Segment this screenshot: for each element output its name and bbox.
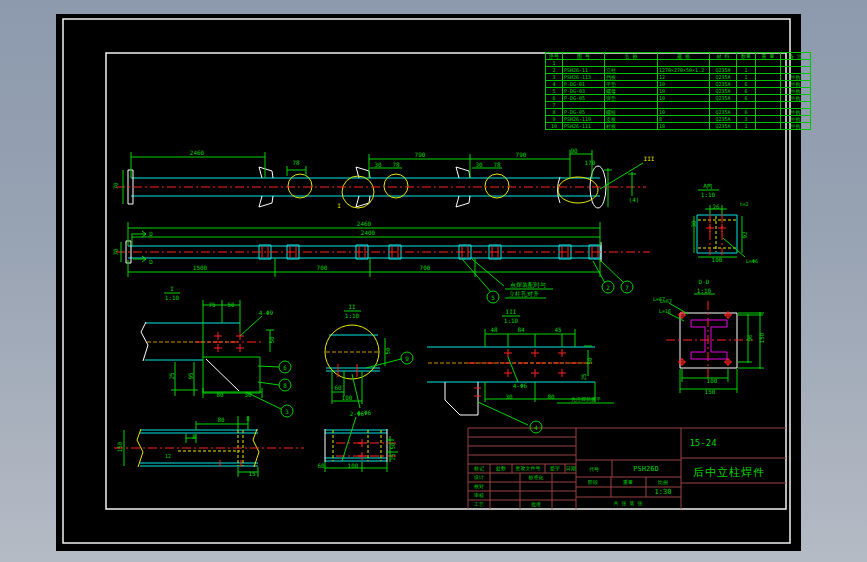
- bom-cell: 6: [737, 95, 756, 102]
- part-balloon-6: 6: [279, 361, 292, 374]
- part-balloon-9: 9: [401, 352, 414, 365]
- dim-label: 30: [691, 220, 697, 227]
- dim-label: 80: [547, 394, 554, 400]
- dim-label: 30: [475, 162, 482, 168]
- bom-cell: [710, 102, 737, 109]
- tb-sheet-label: 共 张 第 张: [613, 501, 642, 506]
- bom-col-header: 图 号: [563, 53, 605, 60]
- bom-cell: 8: [658, 116, 710, 123]
- tb-sign-label: 签字: [550, 466, 560, 471]
- bom-col-header: 备 注: [781, 53, 811, 60]
- tb-date-label: 日期: [566, 466, 576, 471]
- bom-cell: 10: [658, 88, 710, 95]
- tb-model: PSH26D: [633, 466, 658, 473]
- bom-cell: 平垫: [605, 81, 658, 88]
- tb-part-name: 后中立柱焊件: [693, 467, 765, 478]
- dim-label: 15: [248, 471, 255, 477]
- dim-label: 80: [216, 392, 223, 398]
- part-balloon-5: 5: [487, 291, 500, 304]
- bom-cell: [781, 60, 811, 67]
- dim-label: 700: [317, 265, 328, 271]
- bom-cell: 衬板: [605, 123, 658, 130]
- view-label: A向: [703, 183, 713, 189]
- bom-cell: [756, 60, 781, 67]
- tb-scale-value: 1:30: [655, 489, 672, 496]
- dim-label: 80: [217, 417, 224, 423]
- detail-ref: III: [644, 156, 655, 162]
- dim-label: (4): [629, 197, 640, 203]
- view-scale: 1:10: [697, 288, 711, 294]
- dim-label: 30: [374, 162, 381, 168]
- bom-cell: Q235A: [710, 81, 737, 88]
- bom-cell: [781, 102, 811, 109]
- bom-cell: 7: [546, 102, 563, 109]
- bom-cell: 10: [658, 95, 710, 102]
- bom-cell: 立柱: [605, 67, 658, 74]
- bom-row: 3PSH26-113挡板12Q235A1外购: [546, 74, 811, 81]
- view-label: D-D: [699, 279, 710, 285]
- dim-label: 30: [505, 394, 512, 400]
- bom-cell: [658, 102, 710, 109]
- bom-cell: 5: [546, 88, 563, 95]
- bom-row: 1: [546, 60, 811, 67]
- dim-label: 8: [192, 434, 196, 440]
- bom-cell: Q235A: [710, 88, 737, 95]
- dim-label: 70: [113, 182, 119, 189]
- bom-cell: 8: [546, 109, 563, 116]
- bom-cell: [756, 109, 781, 116]
- tb-mark-label: 标记: [474, 466, 484, 471]
- dim-label: 2460: [357, 221, 371, 227]
- bom-cell: Q235A: [710, 74, 737, 81]
- weld-note: 立柱孔对齐: [509, 291, 539, 297]
- dim-label: 84: [517, 327, 524, 333]
- bom-cell: 10: [546, 123, 563, 130]
- bom-cell: PSH26-11: [563, 67, 605, 74]
- dim-label: 48: [490, 327, 497, 333]
- bom-row: 10PSH26-111衬板18Q235A1外购: [546, 123, 811, 130]
- bom-cell: Q235A: [710, 123, 737, 130]
- bom-cell: [737, 102, 756, 109]
- bom-cell: 1: [737, 67, 756, 74]
- bom-cell: P-DG-05: [563, 95, 605, 102]
- tb-craft-label: 工艺: [474, 502, 484, 507]
- bom-header: 序号图 号名 称规 格材 料数量重 量备 注: [546, 53, 811, 60]
- view-label: III: [506, 309, 517, 315]
- dim-label: 170: [585, 160, 596, 166]
- dim-label: 2400: [361, 230, 375, 236]
- tb-code-label: 代号: [589, 467, 599, 472]
- dim-label: 150: [759, 333, 765, 344]
- dim-label: t=2: [739, 202, 748, 207]
- bom-row: 8P-DG-05螺栓10Q235A6外购: [546, 109, 811, 116]
- dim-label: 4-Φ6: [513, 383, 527, 389]
- bom-col-header: 规 格: [658, 53, 710, 60]
- dim-label: 150: [705, 389, 716, 395]
- view-label: II: [348, 304, 355, 310]
- dim-label: 26: [712, 204, 719, 210]
- bom-cell: [605, 60, 658, 67]
- dim-label: 50: [385, 347, 391, 354]
- bom-cell: 1270×270×50×1.2: [658, 67, 710, 74]
- bom-cell: [756, 81, 781, 88]
- bom-col-header: 材 料: [710, 53, 737, 60]
- dim-label: 78: [493, 162, 500, 168]
- dim-label: 790: [516, 152, 527, 158]
- tb-check-label: 校对: [474, 484, 484, 489]
- tb-count-label: 处数: [496, 466, 506, 471]
- bom-cell: 18: [658, 123, 710, 130]
- dim-label: L=16: [659, 309, 671, 314]
- tb-standard-label: 标准化: [529, 475, 544, 480]
- dim-label: 4-Φ9: [259, 310, 273, 316]
- bom-col-header: 数量: [737, 53, 756, 60]
- bom-cell: 外购: [781, 109, 811, 116]
- bom-cell: 3: [737, 116, 756, 123]
- bom-cell: 10: [658, 81, 710, 88]
- tb-stage-label: 阶段: [588, 480, 598, 485]
- bom-cell: 6: [737, 109, 756, 116]
- dim-label: 150: [117, 442, 123, 453]
- bom-cell: 10: [658, 109, 710, 116]
- bom-cell: [756, 102, 781, 109]
- bom-table: 序号图 号名 称规 格材 料数量重 量备 注 12PSH26-11立柱1270×…: [545, 52, 811, 130]
- dim-label: 50: [587, 357, 593, 364]
- bom-cell: Q235A: [710, 109, 737, 116]
- hidden-lines: [147, 342, 590, 363]
